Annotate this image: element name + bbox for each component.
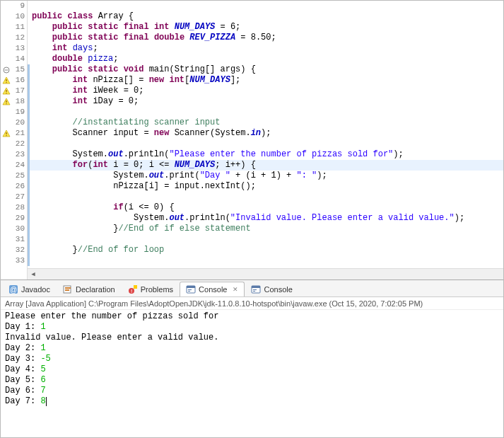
code-line[interactable]: for(int i = 0; i <= NUM_DAYS; i++) { (28, 160, 503, 171)
code-line[interactable]: public static void main(String[] args) { (32, 64, 503, 75)
gutter-row[interactable]: 13 (1, 43, 27, 54)
gutter-row[interactable]: 12 (1, 33, 27, 43)
tab-close-icon[interactable]: ✕ (233, 286, 238, 293)
gutter-row[interactable]: 19 (1, 107, 27, 117)
code-line[interactable]: System.out.println("Please enter the num… (32, 149, 503, 160)
console-icon (251, 284, 261, 294)
gutter-row[interactable]: 10 (1, 11, 27, 22)
code-line[interactable] (32, 107, 503, 117)
console-icon (186, 284, 196, 294)
line-number: 24 (12, 160, 26, 171)
change-bar (28, 234, 30, 245)
code-line[interactable]: //instantiating scanner input (32, 117, 503, 128)
console-line: Day 7: 8 (5, 396, 499, 407)
gutter-row[interactable]: 15 (1, 64, 27, 75)
code-line[interactable]: int nPizza[] = new int[NUM_DAYS]; (32, 75, 503, 86)
line-number: 32 (12, 245, 26, 255)
console-stdout-text: Please enter the number of pizzas sold f… (5, 311, 218, 321)
line-number: 19 (12, 107, 26, 117)
code-line[interactable]: public static final int NUM_DAYS = 6; (32, 22, 503, 33)
code-line[interactable]: System.out.print("Day " + (i + 1) + ": "… (32, 171, 503, 181)
tab-label: Javadoc (21, 285, 50, 294)
change-bar (28, 224, 30, 234)
console-line: Day 4: 5 (5, 364, 499, 375)
line-number: 28 (12, 202, 26, 213)
console-stdin-text: 1 (40, 322, 45, 332)
code-area[interactable]: public class Array { public static final… (32, 1, 503, 266)
change-bar (28, 160, 30, 171)
console-output[interactable]: Please enter the number of pizzas sold f… (1, 310, 503, 408)
horizontal-scrollbar[interactable]: ◀ (28, 268, 503, 279)
change-bar (28, 128, 30, 139)
gutter-row[interactable]: 23 (1, 149, 27, 160)
svg-rect-2 (6, 79, 6, 81)
svg-rect-5 (6, 93, 6, 93)
code-line[interactable] (32, 192, 503, 202)
gutter-row[interactable]: 11 (1, 22, 27, 33)
tab-console2[interactable]: Console (245, 282, 298, 296)
gutter-row[interactable]: 9 (1, 1, 27, 11)
gutter-row[interactable]: 20 (1, 117, 27, 128)
change-bar (28, 202, 30, 213)
gutter-row[interactable]: 18 (1, 96, 27, 107)
gutter-row[interactable]: 24 (1, 160, 27, 171)
change-bar (28, 139, 30, 149)
svg-rect-3 (6, 82, 6, 83)
javadoc-icon: @ (8, 284, 18, 294)
svg-rect-1 (5, 69, 8, 70)
svg-rect-8 (6, 132, 6, 134)
gutter-row[interactable]: 25 (1, 171, 27, 181)
code-line[interactable]: public static final double REV_PIZZA = 8… (32, 33, 503, 43)
line-number: 16 (12, 75, 26, 86)
gutter-row[interactable]: 28 (1, 202, 27, 213)
console-stdout-text: Day 3: (5, 354, 40, 364)
code-line[interactable]: }//End of if else statement (32, 224, 503, 234)
gutter-row[interactable]: 32 (1, 245, 27, 255)
console-stdin-text: 6 (40, 375, 45, 385)
svg-rect-19 (187, 286, 195, 288)
gutter-row[interactable]: 17 (1, 86, 27, 96)
console-line: Please enter the number of pizzas sold f… (5, 311, 499, 322)
code-line[interactable] (32, 139, 503, 149)
line-number: 23 (12, 149, 26, 160)
gutter-row[interactable]: 14 (1, 54, 27, 64)
change-bar (28, 149, 30, 160)
tab-problems[interactable]: !Problems (122, 282, 180, 296)
problems-icon: ! (128, 284, 138, 294)
change-bar (28, 213, 30, 224)
svg-rect-13 (65, 287, 71, 289)
code-line[interactable]: nPizza[i] = input.nextInt(); (32, 181, 503, 192)
code-line[interactable] (32, 234, 503, 245)
line-number: 15 (12, 64, 26, 75)
code-line[interactable]: if(i <= 0) { (32, 202, 503, 213)
code-line[interactable] (32, 255, 503, 266)
gutter-row[interactable]: 26 (1, 181, 27, 192)
warning-marker-icon (1, 87, 12, 96)
gutter-row[interactable]: 30 (1, 224, 27, 234)
tab-console1[interactable]: Console✕ (180, 282, 245, 296)
tab-javadoc[interactable]: @Javadoc (2, 282, 57, 296)
tab-label: Console (199, 285, 227, 294)
code-line[interactable]: System.out.println("Invalid value. Pleas… (32, 213, 503, 224)
tab-label: Console (264, 285, 292, 294)
gutter-row[interactable]: 33 (1, 255, 27, 266)
code-line[interactable]: int iWeek = 0; (32, 86, 503, 96)
code-line[interactable]: int days; (32, 43, 503, 54)
tab-declaration[interactable]: Declaration (57, 282, 122, 296)
gutter-row[interactable]: 27 (1, 192, 27, 202)
code-line[interactable]: Scanner input = new Scanner(System.in); (32, 128, 503, 139)
code-line[interactable]: double pizza; (32, 54, 503, 64)
code-line[interactable] (32, 1, 503, 11)
code-line[interactable]: public class Array { (32, 11, 503, 22)
collapse-marker-icon (1, 67, 12, 74)
gutter-row[interactable]: 16 (1, 75, 27, 86)
scroll-left-arrow-icon[interactable]: ◀ (28, 270, 39, 279)
gutter-row[interactable]: 31 (1, 234, 27, 245)
gutter-row[interactable]: 21 (1, 128, 27, 139)
console-stdout-text: Day 7: (5, 396, 40, 406)
code-line[interactable]: }//End of for loop (32, 245, 503, 255)
gutter-row[interactable]: 22 (1, 139, 27, 149)
console-stdout-text: Day 5: (5, 375, 40, 385)
code-line[interactable]: int iDay = 0; (32, 96, 503, 107)
gutter-row[interactable]: 29 (1, 213, 27, 224)
